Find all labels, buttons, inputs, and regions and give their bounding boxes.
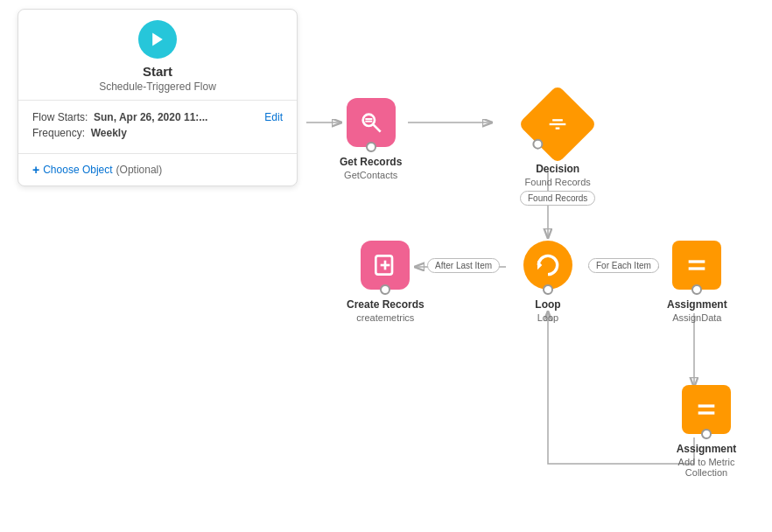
create-records-label: Create Records [347, 298, 425, 311]
start-header: Start Schedule-Triggered Flow [18, 10, 297, 101]
loop-connector [543, 284, 553, 295]
frequency-label: Frequency: Weekly [32, 127, 127, 139]
decision-diamond [518, 85, 598, 164]
get-records-sublabel: GetContacts [344, 170, 397, 180]
loop-label: Loop [535, 298, 560, 311]
get-records-node[interactable]: Get Records GetContacts [340, 98, 402, 180]
after-last-item-pill: After Last Item [427, 258, 500, 273]
assignment1-icon [672, 241, 721, 290]
edit-link[interactable]: Edit [264, 111, 283, 123]
start-subtitle: Schedule-Triggered Flow [99, 80, 216, 93]
start-details: Flow Starts: Sun, Apr 26, 2020 11:... Ed… [18, 101, 297, 154]
flow-starts-row: Flow Starts: Sun, Apr 26, 2020 11:... Ed… [32, 111, 283, 123]
create-records-icon [361, 241, 410, 290]
frequency-row: Frequency: Weekly [32, 127, 283, 139]
assignment1-label: Assignment [667, 298, 727, 311]
create-records-connector [380, 284, 390, 295]
for-each-item-pill: For Each Item [588, 258, 659, 273]
loop-sublabel: Loop [537, 312, 558, 323]
plus-icon: + [32, 163, 39, 177]
get-records-connector [366, 142, 376, 152]
create-records-node[interactable]: Create Records createmetrics [347, 241, 425, 323]
svg-marker-0 [152, 33, 163, 46]
start-footer: + Choose Object (Optional) [18, 154, 297, 186]
get-records-icon [347, 98, 396, 147]
loop-node[interactable]: Loop Loop [523, 241, 572, 323]
choose-object-button[interactable]: + Choose Object (Optional) [32, 163, 283, 177]
flow-starts-value: Sun, Apr 26, 2020 11:... [94, 111, 207, 123]
svg-point-1 [362, 115, 374, 126]
found-records-badge: Found Records [520, 191, 595, 206]
assignment2-sublabel: Add to Metric Collection [667, 457, 746, 478]
decision-icon [545, 112, 570, 136]
assignment1-node[interactable]: Assignment AssignData [667, 241, 727, 323]
flow-starts-label: Flow Starts: Sun, Apr 26, 2020 11:... [32, 111, 207, 123]
frequency-value: Weekly [91, 127, 127, 139]
start-panel: Start Schedule-Triggered Flow Flow Start… [18, 9, 298, 186]
decision-label: Decision [536, 163, 579, 175]
create-records-sublabel: createmetrics [356, 312, 414, 323]
decision-node[interactable]: Decision Found Records Found Records [520, 94, 595, 206]
assignment1-sublabel: AssignData [672, 312, 721, 323]
assignment2-label: Assignment [677, 443, 737, 455]
play-icon [138, 20, 177, 59]
start-title: Start [143, 64, 172, 79]
decision-sublabel: Found Records [525, 177, 591, 187]
assignment2-node[interactable]: Assignment Add to Metric Collection [667, 385, 746, 478]
assignment2-icon [682, 385, 731, 434]
choose-object-label: Choose Object [43, 164, 112, 176]
choose-object-hint: (Optional) [116, 164, 163, 176]
decision-connector [533, 139, 544, 150]
get-records-label: Get Records [340, 156, 402, 168]
assignment2-connector [701, 429, 712, 439]
assignment1-connector [691, 284, 702, 295]
loop-icon [523, 241, 572, 290]
svg-line-2 [373, 125, 380, 132]
